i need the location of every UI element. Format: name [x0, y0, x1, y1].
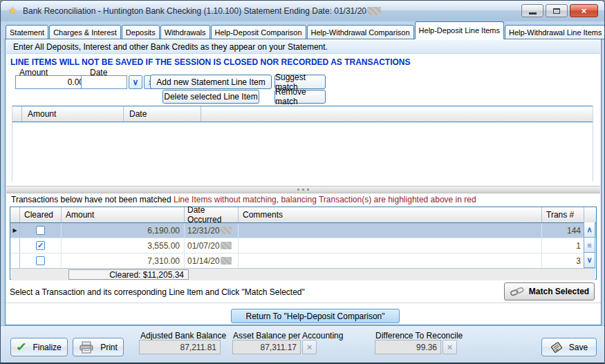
- transaction-comments: [239, 238, 542, 253]
- print-label: Print: [100, 343, 118, 352]
- line-items-grid-header: Amount Date: [12, 106, 593, 122]
- window-title-text: Bank Reconciliation - Huntington Bank Ch…: [23, 6, 366, 16]
- transaction-number: 3: [542, 253, 584, 268]
- minimize-icon: [529, 12, 537, 15]
- transactions-grid: Cleared Amount Date Occurred Comments Tr…: [10, 207, 597, 280]
- add-line-item-button[interactable]: Add new Statement Line Item: [150, 75, 272, 89]
- finalize-button[interactable]: ✓ Finalize: [10, 338, 68, 356]
- amount-input[interactable]: [15, 75, 87, 89]
- return-to-comparison-button[interactable]: Return To "Help-Deposit Comparison": [231, 309, 400, 323]
- line-items-grid: Amount Date: [12, 106, 593, 182]
- tab-statement[interactable]: Statement: [6, 25, 48, 39]
- tab-withdrawals[interactable]: Withdrawals: [160, 25, 210, 39]
- instruction-text: Enter All Deposits, Interest and other B…: [13, 42, 328, 52]
- footer-bar: ✓ Finalize Print Adjusted Bank Balance 8…: [1, 325, 604, 364]
- transactions-grid-header: Cleared Amount Date Occurred Comments Tr…: [10, 207, 596, 223]
- line-items-amount-header[interactable]: Amount: [22, 106, 124, 122]
- comments-header[interactable]: Comments: [239, 207, 542, 222]
- row-indicator-column: [10, 207, 20, 222]
- date-occurred-header[interactable]: Date Occurred: [185, 207, 239, 222]
- line-items-filler-header: [201, 106, 593, 122]
- scroll-down-button[interactable]: ∨: [584, 253, 595, 268]
- line-items-date-header[interactable]: Date: [124, 106, 201, 122]
- difference-field: 99.36: [375, 340, 441, 354]
- transaction-number: 144: [542, 223, 584, 238]
- splitter-grip-icon: [297, 189, 299, 191]
- transactions-scrollbar: ∧ ≡ ∨: [584, 222, 595, 268]
- redacted-year: [221, 242, 232, 249]
- redacted-title-date: [367, 7, 381, 15]
- tab-help-withdrawal-line-items[interactable]: Help-Withdrawal Line Items: [505, 25, 605, 39]
- asset-balance-label: Asset Balance per Accounting: [233, 331, 343, 341]
- window-title: Bank Reconciliation - Huntington Bank Ch…: [23, 6, 381, 16]
- date-input[interactable]: [81, 75, 127, 89]
- transaction-number: 1: [542, 238, 584, 253]
- transaction-date: 12/31/20: [185, 223, 239, 238]
- delete-line-item-button[interactable]: Delete selected Line Item: [162, 90, 259, 104]
- transaction-date: 01/07/20: [185, 238, 239, 253]
- scroll-up-button[interactable]: ∧: [584, 222, 595, 238]
- tab-charges-interest[interactable]: Charges & Interest: [49, 25, 121, 39]
- clear-icon: ×: [447, 342, 453, 352]
- scroll-up-icon: ∧: [586, 225, 592, 234]
- amount-header[interactable]: Amount: [62, 207, 185, 222]
- transaction-amount: 7,310.00: [62, 253, 185, 268]
- asset-clear-button: ×: [302, 340, 317, 354]
- panel-bottom-band: Return To "Help-Deposit Comparison": [6, 303, 601, 325]
- transaction-row[interactable]: ✓ 7,310.00 01/14/20 3: [10, 253, 596, 269]
- transaction-comments: [239, 223, 542, 238]
- check-icon: ✓: [37, 242, 44, 249]
- maximize-button[interactable]: [546, 4, 568, 17]
- close-button[interactable]: ×: [570, 4, 598, 17]
- transactions-grid-footer: Cleared: $11,205.34: [11, 268, 595, 280]
- trans-number-header[interactable]: Trans #: [542, 207, 584, 222]
- difference-clear-button: ×: [443, 340, 457, 354]
- session-warning-text: LINE ITEMS WILL NOT BE SAVED IF THE SESS…: [10, 57, 410, 67]
- close-icon: ×: [581, 6, 587, 16]
- tab-help-deposit-comparison[interactable]: Help-Deposit Comparison: [211, 25, 306, 39]
- cleared-checkbox[interactable]: ✓: [36, 256, 45, 265]
- row-indicator-cell: [10, 253, 20, 268]
- titlebar: ★ Bank Reconciliation - Huntington Bank …: [1, 1, 604, 21]
- save-button[interactable]: Save: [541, 338, 597, 356]
- transaction-amount: 6,190.00: [62, 223, 185, 238]
- unmatched-note-red: Line Items without matching, balancing T…: [174, 195, 476, 204]
- unmatched-note-plain: Transactions below have not been matched: [11, 195, 174, 204]
- tab-help-deposit-line-items[interactable]: Help-Deposit Line Items: [415, 21, 504, 39]
- maximize-icon: [553, 8, 560, 14]
- transaction-row[interactable]: ▶ ✓ 6,190.00 12/31/20 144: [10, 223, 596, 238]
- cleared-checkbox[interactable]: ✓: [36, 226, 45, 235]
- transaction-amount: 3,555.00: [62, 238, 185, 253]
- transaction-comments: [239, 253, 542, 268]
- finalize-label: Finalize: [32, 343, 61, 352]
- scroll-thumb[interactable]: ≡: [584, 238, 595, 253]
- green-check-icon: ✓: [16, 340, 28, 354]
- splitter-grip-icon: [307, 189, 309, 191]
- cleared-total-box: Cleared: $11,205.34: [68, 269, 189, 280]
- date-field-group: ∨ ×: [81, 75, 158, 89]
- minimize-button[interactable]: [521, 4, 543, 17]
- printer-icon: [79, 341, 94, 354]
- print-button[interactable]: Print: [73, 338, 124, 356]
- save-label: Save: [569, 343, 588, 352]
- cleared-checkbox[interactable]: ✓: [36, 241, 45, 250]
- redacted-year: [221, 257, 232, 265]
- remove-match-button[interactable]: Remove match: [274, 90, 326, 104]
- panel-splitter[interactable]: [6, 186, 600, 193]
- match-selected-button[interactable]: Match Selected: [504, 282, 595, 300]
- unmatched-note: Transactions below have not been matched…: [11, 195, 476, 204]
- date-dropdown-button[interactable]: ∨: [129, 75, 142, 89]
- match-selected-label: Match Selected: [529, 287, 589, 296]
- transaction-row[interactable]: ✓ 3,555.00 01/07/20 1: [10, 238, 596, 253]
- save-icon: [550, 342, 563, 353]
- selected-row-indicator-icon: ▶: [10, 223, 20, 238]
- help-deposit-line-items-panel: Enter All Deposits, Interest and other B…: [5, 39, 602, 325]
- scrollbar-header-spacer: [584, 207, 596, 222]
- tab-deposits[interactable]: Deposits: [122, 25, 160, 39]
- cleared-header[interactable]: Cleared: [20, 207, 62, 222]
- asset-balance-field: 87,311.17: [232, 340, 301, 354]
- line-items-grid-body-empty[interactable]: [12, 122, 593, 180]
- tab-help-withdrawal-comparison[interactable]: Help-Withdrawal Comparison: [307, 25, 414, 39]
- splitter-grip-icon: [302, 189, 304, 191]
- window-controls: ×: [521, 4, 598, 17]
